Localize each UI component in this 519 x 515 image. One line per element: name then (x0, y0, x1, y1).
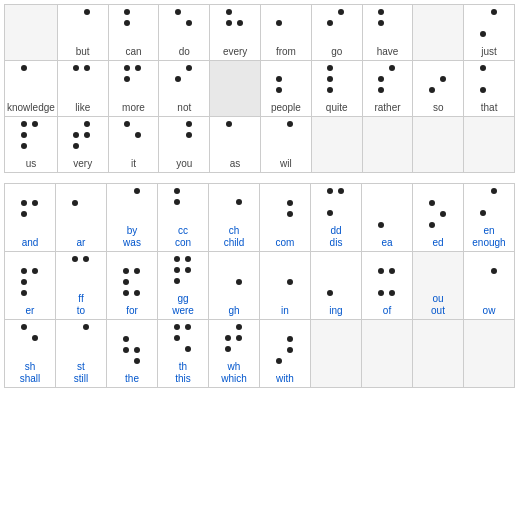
braille-dot-empty (72, 211, 78, 217)
braille-dot-empty (236, 290, 242, 296)
braille-dot-filled (226, 9, 232, 15)
braille-dot-filled (327, 20, 333, 26)
braille-dot-empty (389, 31, 395, 37)
cell-label: by was (123, 225, 141, 249)
braille-dot-filled (174, 256, 180, 262)
braille-dot-filled (327, 290, 333, 296)
braille-dot-empty (83, 278, 89, 284)
braille-dot-filled (174, 188, 180, 194)
braille-dot-empty (124, 132, 130, 138)
braille-dot-empty (338, 87, 344, 93)
braille-dot-filled (378, 222, 384, 228)
braille-dot-filled (134, 268, 140, 274)
braille-dot-empty (287, 132, 293, 138)
braille-dot-filled (21, 200, 27, 206)
braille-dot-filled (72, 256, 78, 262)
braille-dot-empty (378, 200, 384, 206)
braille-dot-empty (186, 143, 192, 149)
braille-dot-filled (287, 121, 293, 127)
braille-dot-empty (72, 346, 78, 352)
braille-dot-empty (175, 121, 181, 127)
braille-dot-empty (276, 65, 282, 71)
braille-cell: people (261, 61, 312, 117)
braille-dot-filled (429, 222, 435, 228)
braille-dot-filled (134, 347, 140, 353)
braille-cell (362, 320, 413, 388)
cell-label: more (122, 102, 145, 114)
braille-dot-filled (378, 87, 384, 93)
braille-cell: as (210, 117, 261, 173)
braille-dot-empty (338, 279, 344, 285)
braille-dot-filled (480, 31, 486, 37)
braille-dot-empty (491, 20, 497, 26)
braille-dot-empty (226, 132, 232, 138)
braille-dot-filled (186, 132, 192, 138)
braille-dot-empty (123, 358, 129, 364)
braille-dot-filled (21, 65, 27, 71)
braille-dot-filled (225, 335, 231, 341)
braille-dot-empty (175, 87, 181, 93)
braille-dot-filled (84, 65, 90, 71)
braille-dot-empty (124, 31, 130, 37)
braille-dot-filled (84, 121, 90, 127)
braille-dot-empty (276, 132, 282, 138)
braille-cell (413, 5, 464, 61)
braille-dot-empty (236, 188, 242, 194)
braille-dot-empty (185, 188, 191, 194)
braille-dot-empty (327, 9, 333, 15)
braille-dot-filled (186, 20, 192, 26)
braille-dot-empty (174, 210, 180, 216)
braille-cell: have (362, 5, 413, 61)
cell-label: just (481, 46, 497, 58)
braille-dot-empty (327, 279, 333, 285)
braille-dot-empty (175, 132, 181, 138)
braille-dot-filled (327, 210, 333, 216)
braille-dot-empty (135, 143, 141, 149)
cell-label: like (75, 102, 90, 114)
braille-cell: gg were (158, 252, 209, 320)
braille-dot-filled (327, 188, 333, 194)
braille-cell (362, 117, 413, 173)
braille-dot-empty (378, 65, 384, 71)
braille-dot-empty (134, 210, 140, 216)
braille-dot-filled (226, 121, 232, 127)
braille-dot-filled (237, 20, 243, 26)
braille-dot-empty (429, 65, 435, 71)
braille-dot-filled (21, 290, 27, 296)
braille-cell: and (5, 184, 56, 252)
braille-dot-filled (73, 65, 79, 71)
braille-dot-empty (440, 200, 446, 206)
braille-dot-filled (21, 132, 27, 138)
braille-dot-empty (72, 278, 78, 284)
braille-dot-filled (480, 210, 486, 216)
braille-dot-filled (73, 132, 79, 138)
braille-dot-empty (236, 346, 242, 352)
braille-dot-filled (174, 324, 180, 330)
braille-dot-filled (236, 324, 242, 330)
cell-label: from (276, 46, 296, 58)
braille-cell: en enough (464, 184, 515, 252)
braille-dot-empty (73, 31, 79, 37)
braille-dot-empty (389, 9, 395, 15)
braille-dot-filled (276, 76, 282, 82)
braille-dot-empty (135, 20, 141, 26)
braille-dot-empty (226, 31, 232, 37)
braille-dot-empty (378, 211, 384, 217)
braille-cell: so (413, 61, 464, 117)
braille-dot-empty (480, 9, 486, 15)
table-row: sh shallst stilltheth thiswh whichwith (5, 320, 515, 388)
braille-dot-empty (32, 211, 38, 217)
braille-dot-filled (21, 211, 27, 217)
braille-dot-empty (84, 76, 90, 82)
braille-dot-empty (276, 121, 282, 127)
braille-dot-empty (389, 87, 395, 93)
braille-dot-filled (186, 65, 192, 71)
braille-dot-filled (72, 200, 78, 206)
braille-dot-empty (73, 76, 79, 82)
cell-label: ff to (77, 293, 85, 317)
braille-dot-empty (32, 65, 38, 71)
braille-dot-empty (124, 87, 130, 93)
braille-dot-empty (73, 121, 79, 127)
braille-dot-empty (491, 76, 497, 82)
braille-cell: the (107, 320, 158, 388)
